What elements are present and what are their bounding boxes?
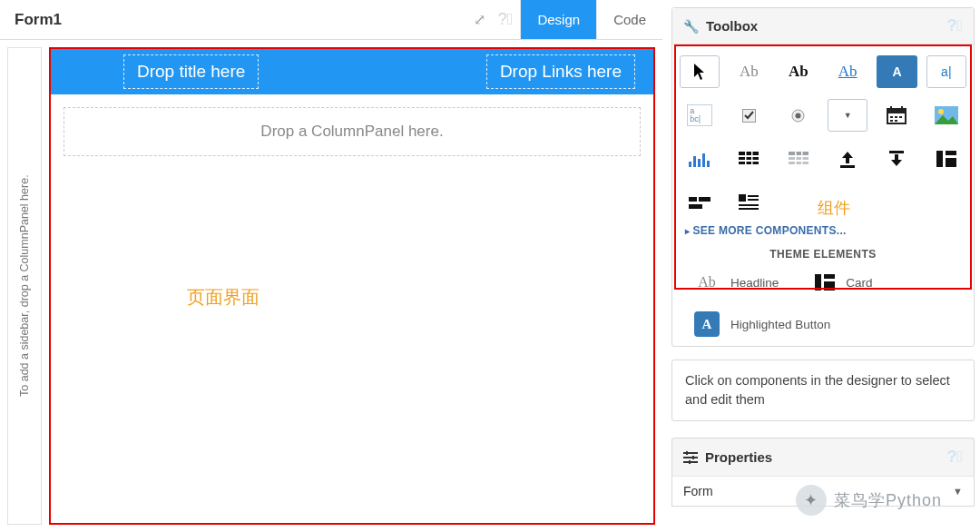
svg-rect-48: [686, 451, 688, 455]
tool-checkbox[interactable]: [729, 99, 769, 132]
svg-rect-26: [789, 162, 808, 164]
svg-rect-24: [789, 152, 808, 155]
drop-title-slot[interactable]: Drop title here: [123, 54, 259, 89]
toolbox-title: Toolbox: [706, 18, 758, 34]
svg-rect-8: [895, 116, 897, 118]
theme-highlighted-button[interactable]: A Highlighted Button: [694, 311, 830, 337]
svg-rect-31: [936, 151, 943, 167]
svg-rect-27: [795, 152, 797, 166]
svg-rect-37: [739, 194, 746, 202]
svg-point-2: [796, 113, 801, 118]
svg-rect-5: [890, 106, 892, 111]
tool-button[interactable]: A: [877, 55, 916, 88]
svg-rect-35: [699, 197, 710, 202]
sliders-icon: [683, 451, 698, 464]
drop-columnpanel-slot[interactable]: Drop a ColumnPanel here.: [64, 107, 641, 156]
tool-textbox[interactable]: a|: [926, 55, 966, 88]
annotation-page: 页面界面: [187, 285, 260, 310]
tool-empty: [877, 186, 916, 219]
svg-rect-32: [946, 151, 956, 155]
card-icon: [815, 274, 835, 291]
svg-rect-6: [901, 106, 903, 111]
svg-rect-34: [689, 197, 697, 202]
tool-dropdown[interactable]: ▼: [828, 99, 867, 132]
tool-card-layout[interactable]: [926, 143, 966, 175]
svg-rect-17: [702, 153, 705, 167]
svg-rect-22: [745, 152, 747, 166]
svg-rect-23: [751, 152, 753, 166]
tool-datepicker[interactable]: [877, 99, 916, 132]
svg-point-13: [938, 109, 944, 114]
svg-rect-38: [748, 195, 759, 197]
properties-panel-header[interactable]: Properties ?⃝: [671, 438, 975, 476]
svg-rect-25: [789, 157, 808, 160]
help-icon[interactable]: ?⃝: [491, 10, 521, 29]
theme-elements-heading: THEME ELEMENTS: [680, 248, 966, 261]
svg-rect-45: [683, 452, 698, 454]
svg-rect-44: [824, 281, 835, 291]
expand-icon[interactable]: ⤢: [468, 11, 491, 28]
svg-rect-9: [899, 116, 902, 118]
sidebar-drop-hint[interactable]: To add a sidebar, drop a ColumnPanel her…: [7, 47, 42, 525]
tool-richtext[interactable]: [729, 186, 769, 219]
svg-rect-42: [815, 274, 821, 291]
tool-image[interactable]: [926, 99, 966, 132]
wrench-icon: 🔧: [683, 19, 699, 34]
svg-rect-33: [946, 158, 956, 167]
tool-download[interactable]: [877, 143, 916, 175]
svg-rect-20: [739, 157, 759, 160]
headline-icon: Ab: [694, 270, 720, 295]
svg-rect-16: [698, 159, 701, 167]
svg-rect-29: [840, 165, 855, 168]
help-icon[interactable]: ?⃝: [946, 448, 963, 467]
tool-repeatingpanel[interactable]: [779, 143, 818, 175]
wechat-icon: ✦: [796, 485, 827, 516]
tab-design[interactable]: Design: [520, 0, 596, 39]
svg-rect-28: [801, 152, 803, 166]
svg-rect-11: [895, 120, 897, 122]
caret-down-icon: ▼: [953, 486, 963, 497]
svg-rect-19: [739, 152, 759, 155]
annotation-components: 组件: [818, 197, 850, 219]
tool-link[interactable]: Ab: [828, 55, 867, 88]
svg-rect-30: [889, 151, 904, 153]
tool-flowpanel[interactable]: [680, 186, 720, 219]
theme-card[interactable]: Card: [815, 274, 872, 291]
tool-barchart[interactable]: [680, 143, 720, 175]
theme-headline[interactable]: Ab Headline: [694, 270, 779, 295]
see-more-components[interactable]: SEE MORE COMPONENTS...: [680, 219, 966, 239]
tool-pointer[interactable]: [680, 55, 720, 88]
svg-rect-21: [739, 162, 759, 164]
svg-rect-7: [890, 116, 893, 118]
tool-bold-label[interactable]: Ab: [779, 55, 818, 88]
svg-rect-43: [824, 274, 835, 279]
tool-radio[interactable]: [779, 99, 818, 132]
svg-rect-41: [739, 208, 759, 210]
svg-rect-49: [692, 456, 694, 459]
highlighted-button-icon: A: [694, 311, 720, 337]
navbar-dropzone[interactable]: Drop title here Drop Links here: [51, 49, 653, 94]
tool-textarea[interactable]: abc|: [680, 99, 720, 132]
tool-label[interactable]: Ab: [729, 55, 769, 88]
tool-datagrid[interactable]: [729, 143, 769, 175]
watermark: ✦ 菜鸟学Python: [796, 485, 942, 516]
tab-code[interactable]: Code: [596, 0, 662, 39]
svg-rect-10: [890, 120, 893, 122]
drop-links-slot[interactable]: Drop Links here: [486, 54, 635, 89]
properties-title: Properties: [705, 449, 772, 465]
svg-rect-36: [689, 204, 702, 209]
help-icon[interactable]: ?⃝: [946, 16, 963, 35]
svg-rect-46: [683, 457, 698, 458]
svg-rect-39: [748, 199, 759, 201]
svg-rect-18: [707, 161, 710, 167]
svg-rect-50: [689, 460, 691, 464]
tool-fileupload[interactable]: [828, 143, 867, 175]
design-canvas[interactable]: Drop title here Drop Links here Drop a C…: [49, 47, 655, 525]
tool-empty: [926, 186, 966, 219]
svg-rect-14: [689, 162, 691, 167]
svg-rect-40: [739, 204, 759, 206]
toolbox-panel: 🔧 Toolbox ?⃝ 组件 Ab Ab Ab A a|: [671, 7, 975, 347]
tool-empty: [779, 186, 818, 219]
form-title: Form1: [0, 11, 468, 29]
selection-hint: Click on components in the designer to s…: [671, 360, 975, 421]
